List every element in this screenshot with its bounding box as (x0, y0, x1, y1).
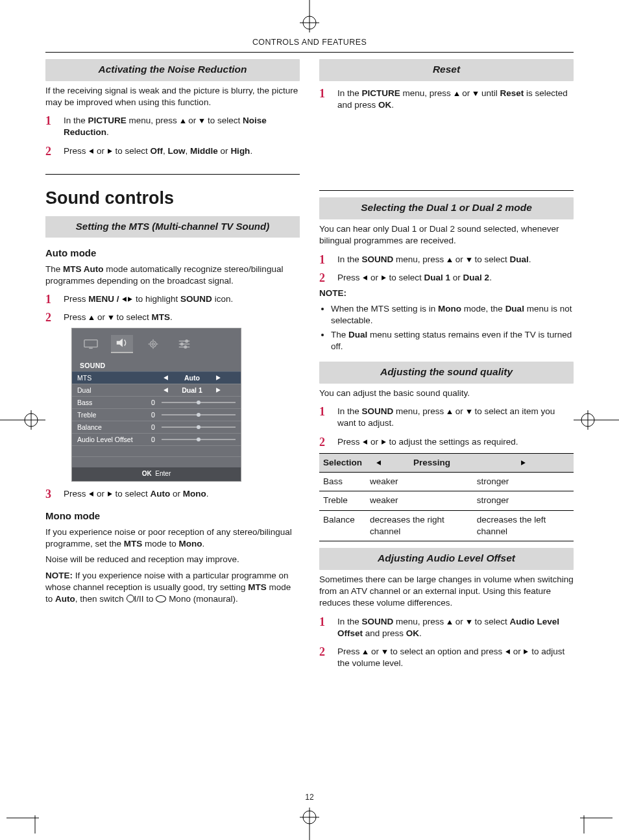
left-icon (122, 297, 127, 303)
osd-value: 0 (149, 398, 158, 407)
right-cell: decreases the left channel (473, 510, 574, 541)
alo-intro: Sometimes there can be large changes in … (319, 574, 574, 610)
step-body: Press or to select Dual 1 or Dual 2. (337, 272, 574, 284)
crop-mark-bottom-left (6, 815, 39, 834)
left-icon (89, 492, 93, 497)
nr-step-2: 2 Press or to select Off, Low, Middle or… (45, 145, 300, 157)
th-selection: Selection (319, 453, 366, 472)
table-row: Treble weaker stronger (319, 491, 574, 510)
osd-tab-strip (72, 328, 241, 358)
up-icon (363, 650, 369, 654)
left-icon (89, 149, 93, 154)
svg-point-19 (150, 341, 156, 347)
up-icon (447, 620, 452, 624)
nr-step-1: 1 In the PICTURE menu, press or to selec… (45, 115, 300, 138)
osd-row-empty (72, 445, 241, 456)
step-body: In the SOUND menu, press or to select Au… (337, 616, 574, 639)
mono-mode-p2: Noise will be reduced and reception may … (45, 554, 300, 565)
up-icon (180, 119, 186, 123)
running-head: CONTROLS AND FEATURES (45, 37, 574, 48)
right-icon (108, 492, 112, 497)
osd-value: Dual 1 (173, 386, 212, 395)
osd-row-alo: Audio Level Offset 0 (72, 433, 241, 445)
right-icon (382, 439, 386, 445)
left-icon (363, 439, 367, 445)
two-column-layout: Activating the Noise Reduction If the re… (45, 59, 574, 673)
header-rule (45, 52, 574, 53)
heading-noise-reduction: Activating the Noise Reduction (45, 59, 300, 81)
svg-point-29 (181, 343, 184, 345)
dual-mode-intro: You can hear only Dual 1 or Dual 2 sound… (319, 223, 574, 247)
th-right-icon (473, 453, 574, 472)
osd-label: Audio Level Offset (77, 435, 149, 444)
auto-mode-heading: Auto mode (45, 247, 300, 260)
mts-step-1: 1 Press MENU / to highlight SOUND icon. (45, 293, 300, 305)
step-body: In the SOUND menu, press or to select Du… (337, 254, 574, 266)
right-cell: stronger (473, 473, 574, 491)
svg-rect-16 (84, 340, 97, 347)
osd-label: Bass (77, 398, 149, 407)
heading-mts: Setting the MTS (Multi-channel TV Sound) (45, 216, 300, 237)
osd-value: Auto (173, 373, 212, 382)
step-body: Press or to select MTS. (64, 312, 300, 323)
step-number: 2 (45, 145, 57, 157)
left-cell: weaker (366, 473, 473, 491)
svg-point-20 (152, 343, 154, 345)
stereo-circle-icon (127, 595, 134, 602)
alo-step-1: 1 In the SOUND menu, press or to select … (319, 616, 574, 639)
osd-row-balance: Balance 0 (72, 421, 241, 433)
step-number: 1 (319, 406, 331, 429)
step-body: Press or to select Auto or Mono. (64, 488, 300, 500)
step-number: 1 (45, 293, 57, 305)
left-column: Activating the Noise Reduction If the re… (45, 59, 300, 673)
mts-step-3: 3 Press or to select Auto or Mono. (45, 488, 300, 500)
dual-step-2: 2 Press or to select Dual 1 or Dual 2. (319, 272, 574, 284)
left-icon (164, 375, 168, 380)
right-column: Reset 1 In the PICTURE menu, press or un… (319, 59, 574, 673)
mts-step-2: 2 Press or to select MTS. (45, 312, 300, 323)
table-row: Balance decreases the right channel decr… (319, 510, 574, 541)
osd-label: MTS (77, 373, 149, 382)
osd-footer: OK Enter (72, 467, 241, 482)
reset-step-1: 1 In the PICTURE menu, press or until Re… (319, 88, 574, 111)
quality-step-1: 1 In the SOUND menu, press or to select … (319, 406, 574, 429)
slider-icon (162, 439, 236, 440)
sel-cell: Treble (319, 491, 366, 510)
left-cell: decreases the right channel (366, 510, 473, 541)
registration-mark-left (0, 404, 45, 436)
sound-tab-icon (111, 335, 133, 353)
osd-title: SOUND (72, 358, 241, 371)
osd-value: 0 (149, 435, 158, 444)
left-icon (505, 649, 510, 654)
osd-row-dual: Dual Dual 1 (72, 384, 241, 396)
crop-mark-bottom-right (580, 815, 613, 834)
registration-mark-bottom (293, 808, 326, 840)
osd-label: Balance (77, 423, 149, 432)
sel-cell: Balance (319, 510, 366, 541)
mono-mode-p1: If you experience noise or poor receptio… (45, 526, 300, 550)
note-item: When the MTS setting is in Mono mode, th… (331, 303, 574, 327)
heading-reset: Reset (319, 59, 574, 81)
sel-cell: Bass (319, 473, 366, 491)
auto-mode-para: The MTS Auto mode automatically recogniz… (45, 264, 300, 287)
th-pressing: Pressing (391, 453, 472, 472)
up-icon (447, 258, 452, 262)
registration-mark-right (574, 404, 619, 436)
osd-row-bass: Bass 0 (72, 396, 241, 408)
note-item: The Dual menu setting status remains eve… (331, 329, 574, 352)
right-icon (216, 388, 221, 393)
setup-tab-icon (142, 336, 164, 352)
step-number: 2 (319, 272, 331, 284)
osd-label: Treble (77, 410, 149, 419)
table-row: Bass weaker stronger (319, 473, 574, 491)
mono-mode-note: NOTE: If you experience noise with a par… (45, 570, 300, 606)
right-icon (128, 297, 132, 303)
sound-quality-table: Selection Pressing Bass weaker stronger … (319, 453, 574, 541)
right-icon (524, 649, 529, 654)
sound-controls-heading: Sound controls (45, 186, 300, 210)
step-number: 3 (45, 488, 57, 500)
step-body: In the PICTURE menu, press or to select … (64, 115, 300, 138)
dual-step-1: 1 In the SOUND menu, press or to select … (319, 254, 574, 266)
registration-mark-top (293, 0, 326, 32)
osd-label: Dual (77, 386, 149, 395)
